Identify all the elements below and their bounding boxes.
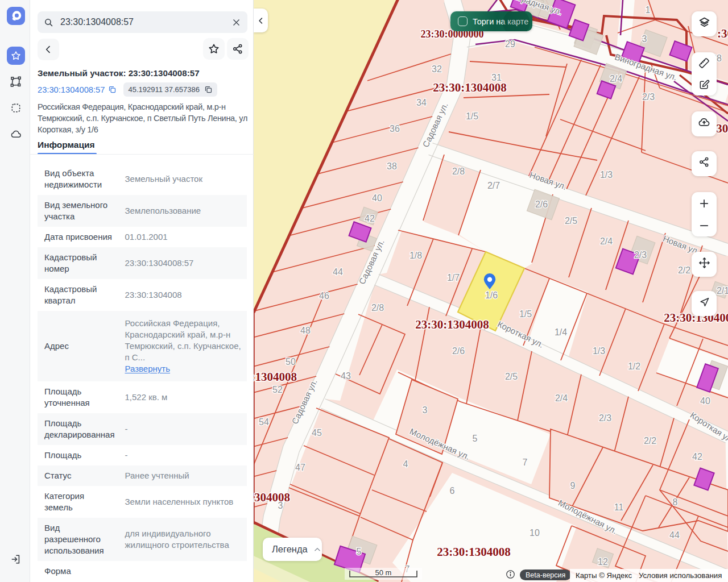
svg-text:23:30:1304008: 23:30:1304008 [415,318,489,331]
svg-text:3: 3 [278,501,283,510]
svg-text:6: 6 [450,486,455,496]
svg-text:50 m: 50 m [375,568,392,577]
svg-text:1/3: 1/3 [593,346,605,356]
svg-text:2/7: 2/7 [487,181,500,190]
svg-text:38: 38 [387,161,397,171]
svg-text:32: 32 [432,64,442,74]
svg-text:2/5: 2/5 [505,372,518,381]
svg-text:2/6: 2/6 [452,346,465,356]
svg-text:23:30:1304008: 23:30:1304008 [254,370,297,384]
svg-text:40: 40 [372,193,382,203]
svg-text:12: 12 [598,557,608,567]
svg-text:34: 34 [416,98,427,107]
svg-text:7: 7 [523,458,528,467]
svg-text:44: 44 [669,530,680,540]
svg-text:11: 11 [614,502,624,512]
svg-text:1: 1 [646,5,651,15]
svg-text:42: 42 [692,452,702,462]
svg-text::30:13: :30:13 [717,27,728,40]
svg-text:45: 45 [312,428,322,438]
svg-text:2/4: 2/4 [600,236,613,246]
svg-text:2/8: 2/8 [371,303,384,313]
svg-text:23:30:1304008: 23:30:1304008 [437,545,511,559]
svg-text:8: 8 [673,497,678,507]
svg-text:2/2: 2/2 [644,436,656,446]
svg-text:54: 54 [259,417,269,427]
svg-text:3: 3 [423,405,428,415]
svg-text:10: 10 [530,528,540,538]
svg-text:2/3: 2/3 [599,413,611,423]
svg-text:1/5: 1/5 [519,309,532,319]
svg-text:29: 29 [505,39,515,49]
svg-text:23:30:1304008: 23:30:1304008 [433,81,507,94]
svg-text:1/4: 1/4 [555,327,567,337]
svg-text:2/6: 2/6 [535,199,548,209]
svg-text:31: 31 [491,73,502,82]
svg-text:9: 9 [570,481,576,490]
svg-text:1/5: 1/5 [466,111,478,121]
svg-text:52: 52 [272,385,283,394]
svg-text:2/3: 2/3 [634,250,647,260]
svg-text:23:30:1304008: 23:30:1304008 [254,490,290,504]
svg-text:2/3: 2/3 [642,92,655,102]
svg-text:2/2: 2/2 [678,265,690,275]
svg-text:2/8: 2/8 [452,167,465,176]
svg-text:1/8: 1/8 [410,251,422,260]
svg-text:2/4: 2/4 [555,393,568,403]
svg-text:46: 46 [319,291,329,301]
svg-text:4: 4 [403,459,408,469]
svg-text:5: 5 [473,434,478,443]
svg-text:1/3: 1/3 [600,170,613,180]
svg-text:1/6: 1/6 [485,290,498,300]
svg-text:2/5: 2/5 [565,216,577,226]
svg-text:1/7: 1/7 [447,273,460,282]
svg-text:36: 36 [390,124,400,134]
svg-text:43: 43 [341,371,351,381]
svg-text:48: 48 [300,326,311,335]
svg-text:2/4: 2/4 [610,74,622,84]
svg-text:5: 5 [357,547,362,556]
svg-text:47: 47 [295,463,305,472]
svg-text:44: 44 [333,267,343,277]
svg-text:2/1: 2/1 [717,286,728,296]
svg-text:42: 42 [365,214,375,223]
svg-text:40: 40 [700,396,710,406]
svg-text:3: 3 [642,34,647,44]
svg-text:50: 50 [286,357,296,367]
svg-text:1/2: 1/2 [628,361,640,371]
